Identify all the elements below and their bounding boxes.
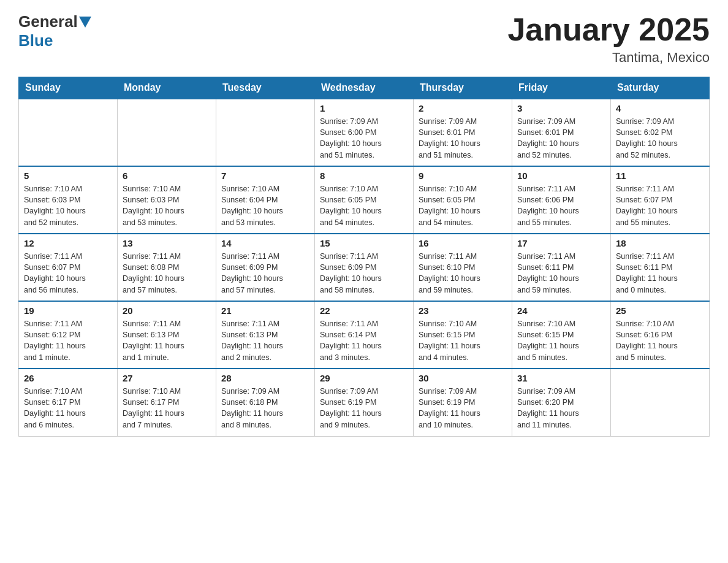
calendar-cell: 11Sunrise: 7:11 AMSunset: 6:07 PMDayligh… — [611, 166, 710, 234]
calendar-cell: 10Sunrise: 7:11 AMSunset: 6:06 PMDayligh… — [512, 166, 611, 234]
calendar-cell: 21Sunrise: 7:11 AMSunset: 6:13 PMDayligh… — [216, 301, 315, 369]
calendar-cell: 28Sunrise: 7:09 AMSunset: 6:18 PMDayligh… — [216, 369, 315, 436]
calendar-cell: 20Sunrise: 7:11 AMSunset: 6:13 PMDayligh… — [118, 301, 216, 369]
calendar-cell: 2Sunrise: 7:09 AMSunset: 6:01 PMDaylight… — [414, 99, 512, 166]
day-info: Sunrise: 7:10 AMSunset: 6:15 PMDaylight:… — [419, 318, 507, 363]
day-info: Sunrise: 7:10 AMSunset: 6:05 PMDaylight:… — [320, 183, 408, 228]
weekday-header-friday: Friday — [512, 77, 611, 99]
day-number: 18 — [616, 238, 704, 248]
day-number: 25 — [616, 305, 704, 316]
week-row-3: 12Sunrise: 7:11 AMSunset: 6:07 PMDayligh… — [19, 234, 710, 301]
calendar-cell: 6Sunrise: 7:10 AMSunset: 6:03 PMDaylight… — [118, 166, 216, 234]
day-number: 24 — [517, 305, 605, 316]
day-info: Sunrise: 7:11 AMSunset: 6:09 PMDaylight:… — [320, 251, 408, 296]
day-number: 26 — [24, 373, 112, 383]
calendar-cell: 16Sunrise: 7:11 AMSunset: 6:10 PMDayligh… — [414, 234, 512, 301]
day-info: Sunrise: 7:10 AMSunset: 6:15 PMDaylight:… — [517, 318, 605, 363]
day-number: 2 — [419, 103, 507, 113]
calendar-cell: 24Sunrise: 7:10 AMSunset: 6:15 PMDayligh… — [512, 301, 611, 369]
week-row-2: 5Sunrise: 7:10 AMSunset: 6:03 PMDaylight… — [19, 166, 710, 234]
calendar-cell: 14Sunrise: 7:11 AMSunset: 6:09 PMDayligh… — [216, 234, 315, 301]
calendar-cell — [216, 99, 315, 166]
day-info: Sunrise: 7:09 AMSunset: 6:20 PMDaylight:… — [517, 386, 605, 431]
calendar-cell: 8Sunrise: 7:10 AMSunset: 6:05 PMDaylight… — [315, 166, 414, 234]
calendar-cell: 12Sunrise: 7:11 AMSunset: 6:07 PMDayligh… — [19, 234, 118, 301]
calendar-cell: 19Sunrise: 7:11 AMSunset: 6:12 PMDayligh… — [19, 301, 118, 369]
calendar-cell: 13Sunrise: 7:11 AMSunset: 6:08 PMDayligh… — [118, 234, 216, 301]
calendar-cell: 9Sunrise: 7:10 AMSunset: 6:05 PMDaylight… — [414, 166, 512, 234]
calendar-cell: 22Sunrise: 7:11 AMSunset: 6:14 PMDayligh… — [315, 301, 414, 369]
weekday-header-thursday: Thursday — [414, 77, 512, 99]
day-number: 8 — [320, 170, 408, 181]
day-number: 15 — [320, 238, 408, 248]
day-info: Sunrise: 7:11 AMSunset: 6:06 PMDaylight:… — [517, 183, 605, 228]
day-info: Sunrise: 7:11 AMSunset: 6:13 PMDaylight:… — [123, 318, 211, 363]
calendar-cell — [19, 99, 118, 166]
day-info: Sunrise: 7:11 AMSunset: 6:11 PMDaylight:… — [616, 251, 704, 296]
day-number: 7 — [221, 170, 309, 181]
day-number: 29 — [320, 373, 408, 383]
logo-general-text: General — [18, 12, 78, 31]
day-info: Sunrise: 7:09 AMSunset: 6:01 PMDaylight:… — [517, 116, 605, 161]
calendar-cell: 1Sunrise: 7:09 AMSunset: 6:00 PMDaylight… — [315, 99, 414, 166]
calendar-cell: 23Sunrise: 7:10 AMSunset: 6:15 PMDayligh… — [414, 301, 512, 369]
day-info: Sunrise: 7:11 AMSunset: 6:09 PMDaylight:… — [221, 251, 309, 296]
calendar-cell: 4Sunrise: 7:09 AMSunset: 6:02 PMDaylight… — [611, 99, 710, 166]
day-info: Sunrise: 7:09 AMSunset: 6:18 PMDaylight:… — [221, 386, 309, 431]
day-number: 11 — [616, 170, 704, 181]
day-number: 4 — [616, 103, 704, 113]
day-info: Sunrise: 7:09 AMSunset: 6:01 PMDaylight:… — [419, 116, 507, 161]
weekday-header-row: SundayMondayTuesdayWednesdayThursdayFrid… — [19, 77, 710, 99]
calendar-cell: 30Sunrise: 7:09 AMSunset: 6:19 PMDayligh… — [414, 369, 512, 436]
day-number: 3 — [517, 103, 605, 113]
page-header: General Blue January 2025 Tantima, Mexic… — [18, 12, 710, 66]
calendar-cell: 25Sunrise: 7:10 AMSunset: 6:16 PMDayligh… — [611, 301, 710, 369]
day-info: Sunrise: 7:10 AMSunset: 6:17 PMDaylight:… — [24, 386, 112, 431]
day-info: Sunrise: 7:10 AMSunset: 6:03 PMDaylight:… — [123, 183, 211, 228]
calendar-cell: 5Sunrise: 7:10 AMSunset: 6:03 PMDaylight… — [19, 166, 118, 234]
day-info: Sunrise: 7:10 AMSunset: 6:05 PMDaylight:… — [419, 183, 507, 228]
calendar-cell: 15Sunrise: 7:11 AMSunset: 6:09 PMDayligh… — [315, 234, 414, 301]
day-info: Sunrise: 7:11 AMSunset: 6:08 PMDaylight:… — [123, 251, 211, 296]
weekday-header-wednesday: Wednesday — [315, 77, 414, 99]
day-info: Sunrise: 7:11 AMSunset: 6:13 PMDaylight:… — [221, 318, 309, 363]
day-number: 6 — [123, 170, 211, 181]
day-number: 21 — [221, 305, 309, 316]
calendar-cell: 26Sunrise: 7:10 AMSunset: 6:17 PMDayligh… — [19, 369, 118, 436]
day-number: 14 — [221, 238, 309, 248]
day-info: Sunrise: 7:11 AMSunset: 6:11 PMDaylight:… — [517, 251, 605, 296]
logo-blue-text: Blue — [18, 31, 53, 50]
calendar-cell: 3Sunrise: 7:09 AMSunset: 6:01 PMDaylight… — [512, 99, 611, 166]
day-number: 31 — [517, 373, 605, 383]
day-info: Sunrise: 7:11 AMSunset: 6:14 PMDaylight:… — [320, 318, 408, 363]
day-info: Sunrise: 7:11 AMSunset: 6:10 PMDaylight:… — [419, 251, 507, 296]
day-number: 28 — [221, 373, 309, 383]
calendar-cell — [118, 99, 216, 166]
calendar-cell: 29Sunrise: 7:09 AMSunset: 6:19 PMDayligh… — [315, 369, 414, 436]
calendar-cell: 17Sunrise: 7:11 AMSunset: 6:11 PMDayligh… — [512, 234, 611, 301]
day-number: 12 — [24, 238, 112, 248]
day-number: 1 — [320, 103, 408, 113]
day-info: Sunrise: 7:10 AMSunset: 6:17 PMDaylight:… — [123, 386, 211, 431]
weekday-header-sunday: Sunday — [19, 77, 118, 99]
logo: General Blue — [18, 12, 93, 50]
weekday-header-tuesday: Tuesday — [216, 77, 315, 99]
day-number: 10 — [517, 170, 605, 181]
weekday-header-monday: Monday — [118, 77, 216, 99]
day-info: Sunrise: 7:09 AMSunset: 6:02 PMDaylight:… — [616, 116, 704, 161]
calendar-cell: 18Sunrise: 7:11 AMSunset: 6:11 PMDayligh… — [611, 234, 710, 301]
day-number: 9 — [419, 170, 507, 181]
calendar-cell: 31Sunrise: 7:09 AMSunset: 6:20 PMDayligh… — [512, 369, 611, 436]
day-number: 13 — [123, 238, 211, 248]
calendar-cell: 7Sunrise: 7:10 AMSunset: 6:04 PMDaylight… — [216, 166, 315, 234]
day-number: 16 — [419, 238, 507, 248]
day-number: 23 — [419, 305, 507, 316]
day-info: Sunrise: 7:11 AMSunset: 6:12 PMDaylight:… — [24, 318, 112, 363]
day-number: 20 — [123, 305, 211, 316]
day-info: Sunrise: 7:09 AMSunset: 6:19 PMDaylight:… — [419, 386, 507, 431]
calendar-cell: 27Sunrise: 7:10 AMSunset: 6:17 PMDayligh… — [118, 369, 216, 436]
day-number: 17 — [517, 238, 605, 248]
week-row-1: 1Sunrise: 7:09 AMSunset: 6:00 PMDaylight… — [19, 99, 710, 166]
day-info: Sunrise: 7:11 AMSunset: 6:07 PMDaylight:… — [616, 183, 704, 228]
weekday-header-saturday: Saturday — [611, 77, 710, 99]
